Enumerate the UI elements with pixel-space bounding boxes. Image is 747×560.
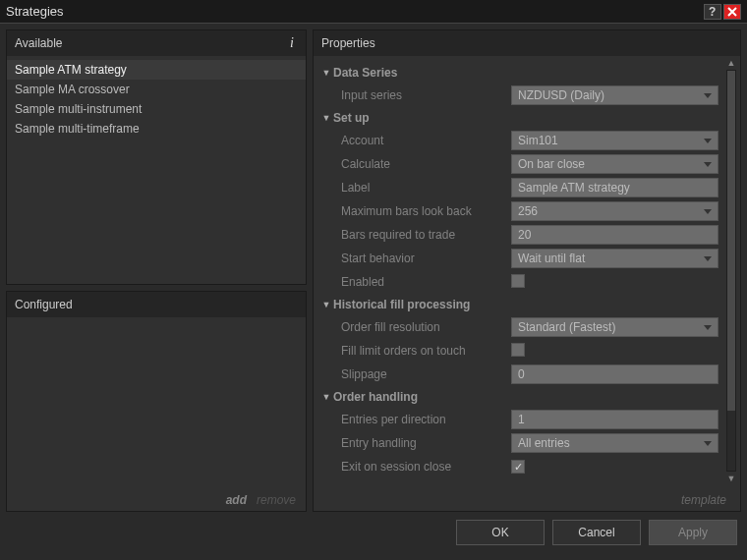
group-data-series[interactable]: ▼ Data Series <box>319 62 736 84</box>
list-item[interactable]: Sample multi-instrument <box>7 99 306 119</box>
list-item[interactable]: Sample multi-timeframe <box>7 119 306 139</box>
scrollbar[interactable]: ▲ ▼ <box>724 56 738 485</box>
label-fill-limit: Fill limit orders on touch <box>319 344 511 358</box>
ok-button[interactable]: OK <box>456 520 545 545</box>
left-actions: add remove <box>7 489 306 511</box>
properties-body: ▼ Data Series Input series NZDUSD (Daily… <box>314 56 740 489</box>
list-item[interactable]: Sample MA crossover <box>7 80 306 99</box>
label-bars-required: Bars required to trade <box>319 228 511 242</box>
input-entries-per-dir[interactable] <box>511 410 718 429</box>
scroll-up-icon[interactable]: ▲ <box>724 56 738 70</box>
configured-title: Configured <box>15 298 73 311</box>
available-panel: Available i Sample ATM strategy Sample M… <box>6 29 307 285</box>
group-setup[interactable]: ▼ Set up <box>319 107 736 129</box>
expand-icon: ▼ <box>319 300 333 309</box>
label-exit-session: Exit on session close <box>319 460 511 474</box>
properties-header: Properties <box>314 30 740 56</box>
label-order-fill: Order fill resolution <box>319 320 511 334</box>
select-max-bars[interactable]: 256 <box>511 201 718 221</box>
expand-icon: ▼ <box>319 392 333 402</box>
close-button[interactable] <box>723 4 741 20</box>
select-calculate[interactable]: On bar close <box>511 154 718 174</box>
configured-list[interactable] <box>7 317 306 489</box>
scroll-track[interactable] <box>726 70 736 472</box>
input-bars-required[interactable] <box>511 225 718 245</box>
checkbox-exit-session[interactable] <box>511 460 525 474</box>
template-action[interactable]: template <box>681 493 726 507</box>
label-label: Label <box>319 181 511 195</box>
properties-footer: template <box>314 489 740 511</box>
label-entries-per-dir: Entries per direction <box>319 413 511 426</box>
available-header: Available i <box>7 30 306 56</box>
help-button[interactable]: ? <box>704 4 721 20</box>
select-account[interactable]: Sim101 <box>511 131 718 150</box>
apply-button: Apply <box>649 520 737 545</box>
checkbox-enabled[interactable] <box>511 274 525 288</box>
properties-panel: Properties ▼ Data Series Input series NZ… <box>313 29 741 512</box>
expand-icon: ▼ <box>319 113 333 123</box>
scroll-down-icon[interactable]: ▼ <box>724 472 738 485</box>
dialog-buttons: OK Cancel Apply <box>0 518 747 553</box>
label-calculate: Calculate <box>319 157 511 171</box>
select-entry-handling[interactable]: All entries <box>511 433 718 453</box>
label-max-bars: Maximum bars look back <box>319 204 511 218</box>
configured-header: Configured <box>7 292 306 317</box>
info-icon[interactable]: i <box>286 35 298 51</box>
group-order-handling[interactable]: ▼ Order handling <box>319 386 736 408</box>
input-label[interactable] <box>511 178 718 197</box>
add-action[interactable]: add <box>226 493 247 507</box>
cancel-button[interactable]: Cancel <box>552 520 641 545</box>
properties-title: Properties <box>321 36 375 50</box>
input-slippage[interactable] <box>511 364 718 384</box>
group-historical[interactable]: ▼ Historical fill processing <box>319 294 736 315</box>
list-item[interactable]: Sample ATM strategy <box>7 60 306 80</box>
label-input-series: Input series <box>319 88 511 102</box>
label-enabled: Enabled <box>319 275 511 289</box>
label-entry-handling: Entry handling <box>319 436 511 450</box>
label-start-behavior: Start behavior <box>319 252 511 265</box>
svg-text:?: ? <box>709 6 716 18</box>
select-order-fill[interactable]: Standard (Fastest) <box>511 317 718 337</box>
scroll-thumb[interactable] <box>727 71 735 411</box>
titlebar: Strategies ? <box>0 0 747 24</box>
label-slippage: Slippage <box>319 367 511 381</box>
label-account: Account <box>319 134 511 147</box>
select-start-behavior[interactable]: Wait until flat <box>511 249 718 268</box>
select-input-series[interactable]: NZDUSD (Daily) <box>511 85 718 105</box>
available-title: Available <box>15 36 62 50</box>
checkbox-fill-limit[interactable] <box>511 343 525 357</box>
configured-panel: Configured add remove <box>6 291 307 512</box>
expand-icon: ▼ <box>319 68 333 78</box>
window-title: Strategies <box>6 4 702 19</box>
remove-action: remove <box>257 493 296 507</box>
available-list[interactable]: Sample ATM strategy Sample MA crossover … <box>7 56 306 284</box>
